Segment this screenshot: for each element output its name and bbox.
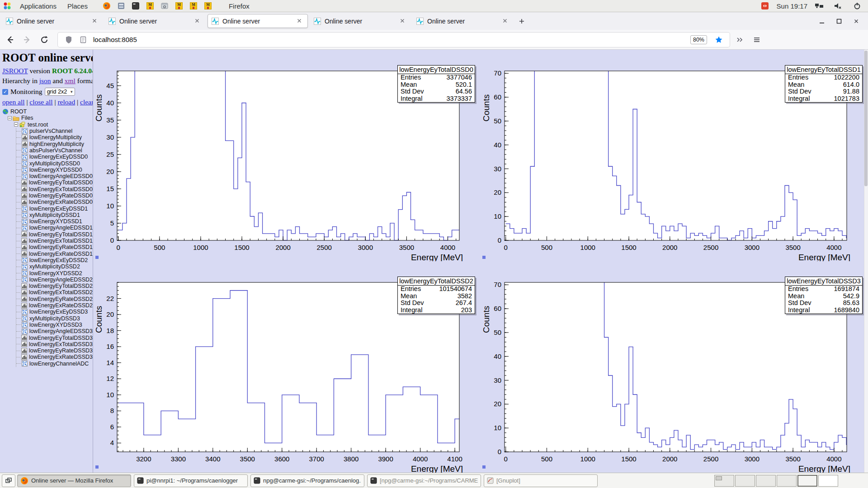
bookmark-star-icon[interactable]: [714, 35, 723, 44]
tree-item-lowEnergyExEyDSSD2[interactable]: lowEnergyExEyDSSD2: [16, 257, 93, 263]
jsroot-link[interactable]: JSROOT: [2, 67, 28, 75]
tab-close-icon[interactable]: [194, 18, 202, 25]
xml-link[interactable]: xml: [65, 77, 75, 84]
window-minimize-button[interactable]: [816, 16, 827, 27]
histogram-canvas-lowEnergyEyTotalDSSD1[interactable]: 0500100015002000250030003500400001020304…: [481, 50, 868, 261]
volume-muted-icon[interactable]: [834, 1, 843, 10]
midas-launcher-icon[interactable]: M: [175, 1, 184, 10]
tree-item-lowEnergyExEyDSSD0[interactable]: lowEnergyExEyDSSD0: [16, 154, 93, 160]
tree-item-lowEnergyXYDSSD1[interactable]: lowEnergyXYDSSD1: [16, 218, 93, 225]
tree-item-lowEnergyExRateDSSD0[interactable]: lowEnergyExRateDSSD0: [16, 199, 93, 205]
tree-item-absPulserVsChannel[interactable]: absPulserVsChannel: [16, 147, 93, 154]
clear-link[interactable]: clear: [80, 98, 93, 106]
tree-item-lowEnergyMultiplicity[interactable]: lowEnergyMultiplicity: [16, 134, 93, 141]
back-button[interactable]: [3, 33, 17, 47]
tree-item-lowEnergyXYDSSD0[interactable]: lowEnergyXYDSSD0: [16, 167, 93, 173]
tree-item-lowEnergyEyRateDSSD0[interactable]: lowEnergyEyRateDSSD0: [16, 192, 93, 199]
midas-launcher-icon[interactable]: M: [203, 1, 212, 10]
workspace-cell-3[interactable]: [756, 475, 776, 487]
taskbar-window-button[interactable]: [npg@carme-gsi:~/Programs/CARME...: [367, 474, 481, 487]
screenshot-launcher-icon[interactable]: [160, 1, 169, 10]
tree-item-lowEnergyEyTotalDSSD0[interactable]: lowEnergyEyTotalDSSD0: [16, 179, 93, 186]
tab-online-server-4[interactable]: Online server: [310, 14, 410, 28]
tree-item-lowEnergyEyRateDSSD2[interactable]: lowEnergyEyRateDSSD2: [16, 296, 93, 302]
page-info-icon[interactable]: [79, 35, 88, 44]
workspace-cell-4[interactable]: [777, 475, 797, 487]
tree-item-lowEnergyChannelADC[interactable]: lowEnergyChannelADC: [16, 361, 93, 367]
open-all-link[interactable]: open all: [2, 98, 25, 106]
network-icon[interactable]: [815, 1, 824, 10]
collapse-expander-icon[interactable]: [8, 116, 12, 120]
monitoring-checkbox[interactable]: ✓: [2, 89, 8, 95]
terminal-launcher-icon[interactable]: [131, 1, 140, 10]
scrollbar-thumb[interactable]: [864, 51, 868, 186]
histogram-canvas-lowEnergyEyTotalDSSD3[interactable]: 0500100015002000250030003500400001020304…: [481, 261, 868, 473]
workspace-cell-1[interactable]: [714, 475, 734, 487]
tree-item-lowEnergyExTotalDSSD3[interactable]: lowEnergyExTotalDSSD3: [16, 341, 93, 347]
tracking-shield-icon[interactable]: [64, 35, 73, 44]
panel-clock[interactable]: Sun 19:17: [777, 2, 807, 10]
tree-item-lowEnergyAngleEDSSD1[interactable]: lowEnergyAngleEDSSD1: [16, 225, 93, 231]
taskbar-window-button[interactable]: Online server — Mozilla Firefox: [17, 474, 131, 487]
url-text[interactable]: localhost:8085: [93, 36, 690, 43]
tab-close-icon[interactable]: [297, 18, 304, 25]
tab-close-icon[interactable]: [92, 18, 99, 25]
tab-online-server-3[interactable]: Online server: [208, 14, 308, 28]
stat-box-lowEnergyEyTotalDSSD3[interactable]: lowEnergyEyTotalDSSD3Entries1691874Mean5…: [785, 277, 863, 314]
taskbar-window-button[interactable]: npg@carme-gsi:~/Programs/caenlog...: [250, 474, 364, 487]
tree-item-xyMultiplicityDSSD0[interactable]: xyMultiplicityDSSD0: [16, 160, 93, 166]
active-app-label[interactable]: Firefox: [223, 0, 255, 12]
tree-item-xyMultiplicityDSSD1[interactable]: xyMultiplicityDSSD1: [16, 212, 93, 218]
tree-item-lowEnergyExTotalDSSD0[interactable]: lowEnergyExTotalDSSD0: [16, 186, 93, 192]
indicator-icon[interactable]: [760, 1, 769, 10]
url-bar[interactable]: localhost:8085 80%: [58, 33, 730, 47]
collapse-expander-icon[interactable]: [14, 122, 18, 127]
power-icon[interactable]: [853, 1, 862, 10]
window-list-button[interactable]: [2, 474, 15, 487]
overflow-chevrons-icon[interactable]: [732, 33, 747, 47]
firefox-launcher-icon[interactable]: [102, 1, 111, 10]
tree-item-xyMultiplicityDSSD3[interactable]: xyMultiplicityDSSD3: [16, 315, 93, 322]
monitoring-interval-select[interactable]: grid 2x2 ▾: [45, 88, 75, 96]
tab-close-icon[interactable]: [400, 18, 407, 25]
tree-item-lowEnergyEyTotalDSSD3[interactable]: lowEnergyEyTotalDSSD3: [16, 334, 93, 341]
canvas-resize-grip[interactable]: [482, 256, 486, 259]
tab-online-server-2[interactable]: Online server: [105, 14, 205, 28]
tree-node-files[interactable]: Files: [8, 115, 93, 121]
json-link[interactable]: json: [39, 77, 51, 84]
canvas-resize-grip[interactable]: [482, 465, 486, 469]
applications-menu[interactable]: Applications: [14, 0, 62, 12]
tree-item-lowEnergyEyTotalDSSD1[interactable]: lowEnergyEyTotalDSSD1: [16, 231, 93, 238]
tree-item-lowEnergyExRateDSSD3[interactable]: lowEnergyExRateDSSD3: [16, 354, 93, 360]
zoom-level-badge[interactable]: 80%: [690, 35, 707, 44]
scrollbar[interactable]: [864, 50, 868, 473]
workspace-cell-2[interactable]: [735, 475, 755, 487]
hamburger-menu-icon[interactable]: [750, 33, 764, 47]
histogram-canvas-lowEnergyEyTotalDSSD2[interactable]: 3200330034003500360037003800390040004100…: [94, 261, 481, 473]
tree-node-root[interactable]: ROOT: [2, 108, 93, 115]
tree-item-lowEnergyExTotalDSSD1[interactable]: lowEnergyExTotalDSSD1: [16, 238, 93, 244]
tree-item-lowEnergyAngleEDSSD2[interactable]: lowEnergyAngleEDSSD2: [16, 277, 93, 283]
close-all-link[interactable]: close all: [29, 98, 52, 106]
workspace-cell-6[interactable]: [818, 475, 838, 487]
workspace-cell-5[interactable]: [797, 475, 817, 487]
tree-item-lowEnergyExTotalDSSD2[interactable]: lowEnergyExTotalDSSD2: [16, 289, 93, 296]
forward-button[interactable]: [20, 33, 34, 47]
tab-online-server-1[interactable]: Online server: [2, 14, 103, 28]
midas-launcher-icon[interactable]: M: [189, 1, 198, 10]
tree-item-lowEnergyExEyDSSD1[interactable]: lowEnergyExEyDSSD1: [16, 205, 93, 211]
taskbar-window-button[interactable]: [Gnuplot]: [484, 474, 598, 487]
places-menu[interactable]: Places: [62, 0, 93, 12]
tree-item-lowEnergyEyRateDSSD3[interactable]: lowEnergyEyRateDSSD3: [16, 347, 93, 354]
tree-item-highEnergyMultiplicity[interactable]: highEnergyMultiplicity: [16, 141, 93, 147]
taskbar-window-button[interactable]: pi@nnrpi1: ~/Programs/caenlogger: [134, 474, 248, 487]
tree-item-xyMultiplicityDSSD2[interactable]: xyMultiplicityDSSD2: [16, 263, 93, 270]
new-tab-button[interactable]: [516, 15, 528, 27]
window-maximize-button[interactable]: [834, 16, 844, 27]
tree-item-lowEnergyXYDSSD3[interactable]: lowEnergyXYDSSD3: [16, 322, 93, 328]
tree-item-lowEnergyExEyDSSD3[interactable]: lowEnergyExEyDSSD3: [16, 309, 93, 315]
tab-online-server-5[interactable]: Online server: [413, 14, 513, 28]
tree-item-lowEnergyEyTotalDSSD2[interactable]: lowEnergyEyTotalDSSD2: [16, 283, 93, 289]
files-launcher-icon[interactable]: [117, 1, 126, 10]
tree-item-lowEnergyXYDSSD2[interactable]: lowEnergyXYDSSD2: [16, 270, 93, 276]
